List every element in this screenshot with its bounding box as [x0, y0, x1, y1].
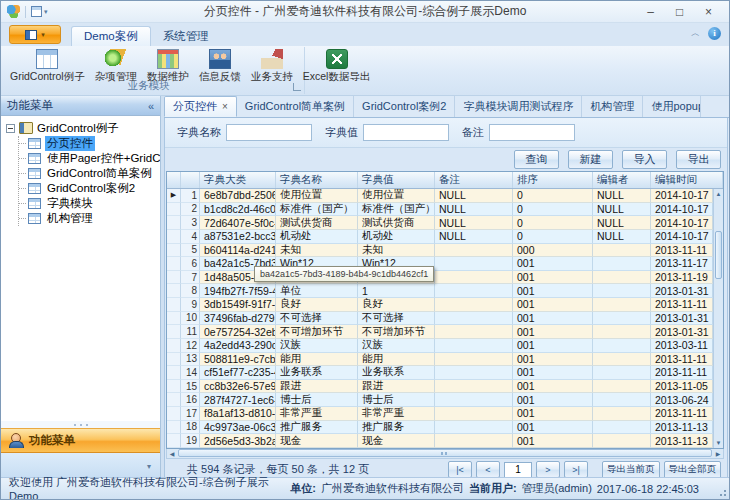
- scroll-down-icon[interactable]: ▼: [714, 438, 723, 448]
- table-cell: 001: [513, 393, 593, 407]
- maximize-button[interactable]: □: [665, 3, 694, 21]
- scroll-right-icon[interactable]: ▶: [713, 449, 723, 458]
- info-icon[interactable]: i: [708, 27, 721, 40]
- scrollbar-thumb[interactable]: [178, 449, 712, 457]
- table-row[interactable]: 4a87531e2-bcc3-4...机动处机动处NULL0NULL2014-1…: [167, 230, 713, 244]
- filter-label: 字典值: [325, 125, 358, 140]
- table-row[interactable]: 17f8a1af13-d810-48...非常严重非常严重0012013-11-…: [167, 407, 713, 421]
- tree-item[interactable]: GridControl案例2: [19, 181, 160, 196]
- tree-item[interactable]: GridControl简单案例: [19, 166, 160, 181]
- grid-column-header[interactable]: 编辑者: [593, 172, 651, 188]
- document-tab[interactable]: 机构管理: [582, 96, 643, 117]
- quick-access-icon[interactable]: [31, 6, 42, 17]
- sidebar-collapse-icon[interactable]: «: [148, 100, 154, 112]
- table-row[interactable]: 15cc8b32e6-57e9-4...跟进跟进0012013-11-05: [167, 380, 713, 394]
- shapes-icon: [105, 49, 127, 69]
- table-cell: 2014-10-17: [651, 216, 713, 230]
- document-tab[interactable]: GridControl案例2: [354, 96, 455, 117]
- table-row[interactable]: 372d6407e-5f0c-4...测试供货商测试供货商NULL0NULL20…: [167, 216, 713, 230]
- navbar-group-header[interactable]: 功能菜单: [1, 428, 160, 453]
- scroll-up-icon[interactable]: ▲: [714, 189, 723, 199]
- tree-item[interactable]: 机构管理: [19, 211, 160, 226]
- table-row[interactable]: 93db1549f-91f7-4...良好良好0012013-11-11: [167, 298, 713, 312]
- row-indicator-cell: [167, 325, 181, 339]
- vertical-scrollbar[interactable]: ▲ ▼: [713, 189, 723, 448]
- next-page-button[interactable]: >: [536, 461, 560, 478]
- last-page-button[interactable]: >|: [564, 461, 588, 478]
- ribbon-tab[interactable]: 系统管理: [151, 26, 221, 46]
- row-indicator-cell: [167, 271, 181, 285]
- table-row[interactable]: 184c9973ae-06c3-4...推广服务推广服务0012013-11-1…: [167, 421, 713, 435]
- grid-column-header[interactable]: 字典值: [358, 172, 435, 188]
- ribbon-tab[interactable]: Demo案例: [71, 26, 151, 46]
- ribbon-button[interactable]: Excel数据导出: [298, 48, 376, 85]
- page-number-input[interactable]: [504, 462, 532, 478]
- close-button[interactable]: ×: [694, 3, 723, 21]
- table-row[interactable]: 8194fb27f-7f59-4e...单位10012013-01-31: [167, 284, 713, 298]
- horizontal-scrollbar[interactable]: ◀ ▶: [166, 449, 724, 459]
- table-row[interactable]: 14cf51ef77-c235-4e...业务联系业务联系0012013-11-…: [167, 366, 713, 380]
- tree-item[interactable]: 字典模块: [19, 196, 160, 211]
- ribbon-tab-strip: Demo案例系统管理: [71, 26, 221, 46]
- tree-root-node[interactable]: GridControl例子: [6, 120, 160, 136]
- table-cell: [593, 325, 651, 339]
- table-row[interactable]: 16287f4727-1ec6-4...博士后博士后0012013-06-24: [167, 393, 713, 407]
- first-page-button[interactable]: |<: [448, 461, 472, 478]
- row-indicator-cell: [167, 393, 181, 407]
- grid-column-header[interactable]: 编辑时间: [651, 172, 723, 188]
- tree-item[interactable]: 使用Pager控件+GridControl的例: [19, 151, 160, 166]
- filter-input[interactable]: [226, 124, 312, 141]
- document-tab[interactable]: 分页控件×: [164, 96, 237, 117]
- row-number: 11: [181, 325, 200, 339]
- close-icon[interactable]: ×: [222, 101, 228, 112]
- splitter-grip[interactable]: [1, 421, 160, 428]
- resize-grip-icon[interactable]: [717, 487, 727, 497]
- table-row[interactable]: 71d48a505-4c35-0012013-11-19: [167, 271, 713, 285]
- dialog-launcher-icon[interactable]: [293, 83, 301, 91]
- grid-column-header[interactable]: 备注: [435, 172, 513, 188]
- tree-item[interactable]: 分页控件: [19, 136, 160, 151]
- grid-column-header[interactable]: 排序: [513, 172, 593, 188]
- minimize-button[interactable]: –: [636, 3, 665, 21]
- table-cell: 使用位置: [358, 189, 435, 203]
- row-number: 5: [181, 244, 200, 258]
- table-cell: 3db1549f-91f7-4...: [200, 298, 276, 312]
- tree-collapse-icon[interactable]: [6, 124, 15, 133]
- action-button[interactable]: 导出: [676, 150, 721, 169]
- action-button[interactable]: 新建: [568, 150, 613, 169]
- grid-column-header[interactable]: 字典大类: [200, 172, 276, 188]
- document-tab[interactable]: 字典模块调用测试程序: [455, 96, 582, 117]
- application-icon: [25, 30, 37, 40]
- filter-input[interactable]: [363, 124, 449, 141]
- table-row[interactable]: ▶16e8b7dbd-2506-4...使用位置使用位置NULL0NULL201…: [167, 189, 713, 203]
- action-button[interactable]: 查询: [514, 150, 559, 169]
- table-row[interactable]: 2b1cd8c2d-46c0-4...标准件（国产）标准件（国产）NULL0NU…: [167, 203, 713, 217]
- table-row[interactable]: 13508811e9-c7cb-4...能用能用0012013-11-11: [167, 353, 713, 367]
- table-cell: 000: [513, 244, 593, 258]
- table-row[interactable]: 192d56e5d3-3b2a-4...现金现金0012013-11-13: [167, 434, 713, 448]
- quick-access-dropdown-icon[interactable]: ▾: [44, 8, 48, 16]
- document-tab[interactable]: GridControl简单案例: [237, 96, 354, 117]
- table-row[interactable]: 5b604114a-d241-4...未知未知0002013-11-11: [167, 244, 713, 258]
- data-maintenance-icon: [157, 49, 179, 69]
- grid-column-header[interactable]: 字典名称: [276, 172, 358, 188]
- ribbon-collapse-icon[interactable]: ︿: [691, 29, 700, 38]
- action-button[interactable]: 导入: [622, 150, 667, 169]
- chevron-down-icon[interactable]: ▾: [147, 462, 151, 471]
- table-row[interactable]: 124a2edd43-290c-4...汉族汉族0012013-03-11: [167, 339, 713, 353]
- document-tab[interactable]: 使用popupContainerEdit和popupContainer实现数据展…: [643, 96, 701, 117]
- table-row[interactable]: 110e757254-32eb-4...不可增加环节不可增加环节0012013-…: [167, 325, 713, 339]
- previous-page-button[interactable]: <: [476, 461, 500, 478]
- table-row[interactable]: 1037496fab-d279-4...不可选择不可选择0012013-01-3…: [167, 312, 713, 326]
- table-row[interactable]: 6ba42a1c5-7bd3-4...Win*12Win*120012013-1…: [167, 257, 713, 271]
- table-cell: 不可增加环节: [276, 325, 358, 339]
- scroll-left-icon[interactable]: ◀: [167, 449, 177, 458]
- grid-table-icon: [28, 168, 41, 179]
- filter-input[interactable]: [489, 124, 575, 141]
- document-tab-label: 机构管理: [590, 99, 634, 114]
- grid-table-icon: [28, 213, 41, 224]
- export-current-page-button[interactable]: 导出当前页: [602, 461, 660, 479]
- application-button[interactable]: ▾: [9, 25, 61, 44]
- scrollbar-thumb[interactable]: [715, 231, 722, 279]
- export-all-pages-button[interactable]: 导出全部页: [664, 461, 722, 479]
